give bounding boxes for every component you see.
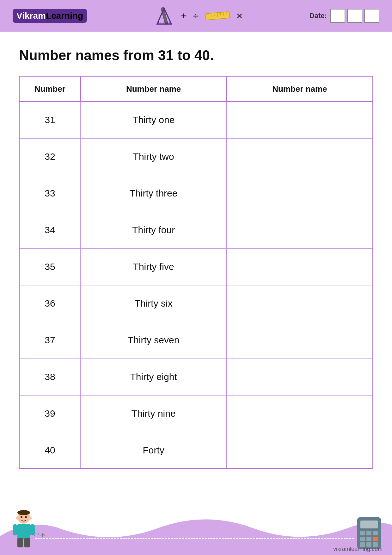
col-header-name2: Number name <box>227 76 373 102</box>
cell-write-area[interactable] <box>227 285 373 322</box>
svg-point-18 <box>17 510 30 515</box>
cell-number: 32 <box>19 138 81 175</box>
cell-write-area[interactable] <box>227 212 373 248</box>
date-box-3[interactable] <box>364 9 379 23</box>
footer-website: vikramlearning.com <box>333 546 383 552</box>
logo-vikram: Vikram <box>16 11 46 21</box>
col-header-name1: Number name <box>81 76 227 102</box>
table-row: 33Thirty three <box>19 175 373 212</box>
cell-number-name: Thirty seven <box>81 322 227 359</box>
cell-number: 37 <box>19 322 81 359</box>
cell-write-area[interactable] <box>227 322 373 359</box>
table-row: 36Thirty six <box>19 285 373 322</box>
calculator-icon <box>356 516 383 551</box>
svg-rect-29 <box>360 521 378 528</box>
cell-number-name: Thirty two <box>81 138 227 175</box>
svg-rect-22 <box>17 538 23 547</box>
table-header-row: Number Number name Number name <box>19 76 373 102</box>
svg-rect-35 <box>373 537 378 541</box>
ruler-icon <box>205 10 230 22</box>
footer-math-text: √⁻¹=∫≤ <box>33 532 46 538</box>
cell-number-name: Thirty one <box>81 102 227 138</box>
table-row: 34Thirty four <box>19 212 373 248</box>
date-boxes <box>330 9 379 23</box>
logo: Vikram Learning <box>13 9 87 23</box>
svg-rect-20 <box>13 524 17 535</box>
cross-icon: × <box>236 11 242 21</box>
svg-rect-32 <box>373 531 378 535</box>
svg-rect-23 <box>24 538 30 547</box>
child-icon <box>9 509 38 551</box>
table-row: 39Thirty nine <box>19 395 373 432</box>
svg-point-25 <box>25 516 27 518</box>
cell-write-area[interactable] <box>227 395 373 432</box>
cell-number-name: Thirty five <box>81 248 227 285</box>
cell-write-area[interactable] <box>227 432 373 469</box>
table-row: 40Forty <box>19 432 373 469</box>
svg-rect-19 <box>17 524 30 539</box>
table-row: 32Thirty two <box>19 138 373 175</box>
cell-number-name: Thirty three <box>81 175 227 212</box>
svg-rect-33 <box>360 537 365 541</box>
cell-number-name: Thirty eight <box>81 359 227 395</box>
cell-write-area[interactable] <box>227 248 373 285</box>
page-header: Vikram Learning + ÷ <box>0 0 392 32</box>
page-title: Number names from 31 to 40. <box>19 47 373 63</box>
cell-write-area[interactable] <box>227 138 373 175</box>
svg-rect-31 <box>366 531 371 535</box>
page-footer: √⁻¹=∫≤ vikramlearning.com <box>0 498 392 555</box>
main-content: Number names from 31 to 40. Number Numbe… <box>0 32 392 478</box>
svg-rect-34 <box>366 537 371 541</box>
cell-number: 39 <box>19 395 81 432</box>
header-icons: + ÷ × <box>96 6 300 26</box>
cell-number-name: Thirty four <box>81 212 227 248</box>
number-names-table: Number Number name Number name 31Thirty … <box>19 76 373 469</box>
cell-number-name: Thirty six <box>81 285 227 322</box>
table-row: 35Thirty five <box>19 248 373 285</box>
cell-number: 36 <box>19 285 81 322</box>
cell-number: 33 <box>19 175 81 212</box>
svg-point-24 <box>21 516 22 518</box>
cell-number: 35 <box>19 248 81 285</box>
triangle-ruler-icon <box>154 6 175 26</box>
table-row: 31Thirty one <box>19 102 373 138</box>
svg-point-26 <box>16 516 19 520</box>
cell-number: 31 <box>19 102 81 138</box>
plus-icon: + <box>181 11 187 21</box>
cell-number-name: Thirty nine <box>81 395 227 432</box>
cell-number: 38 <box>19 359 81 395</box>
footer-child-figure <box>9 509 38 552</box>
cell-number: 34 <box>19 212 81 248</box>
table-row: 37Thirty seven <box>19 322 373 359</box>
date-area: Date: <box>309 9 379 23</box>
svg-rect-30 <box>360 531 365 535</box>
cell-number: 40 <box>19 432 81 469</box>
cell-number-name: Forty <box>81 432 227 469</box>
date-label: Date: <box>309 12 327 20</box>
logo-learning: Learning <box>46 11 83 21</box>
svg-point-27 <box>28 516 32 520</box>
cell-write-area[interactable] <box>227 175 373 212</box>
table-row: 38Thirty eight <box>19 359 373 395</box>
divide-icon: ÷ <box>193 11 199 21</box>
date-box-2[interactable] <box>347 9 362 23</box>
col-header-number: Number <box>19 76 81 102</box>
cell-write-area[interactable] <box>227 102 373 138</box>
date-box-1[interactable] <box>330 9 345 23</box>
cell-write-area[interactable] <box>227 359 373 395</box>
